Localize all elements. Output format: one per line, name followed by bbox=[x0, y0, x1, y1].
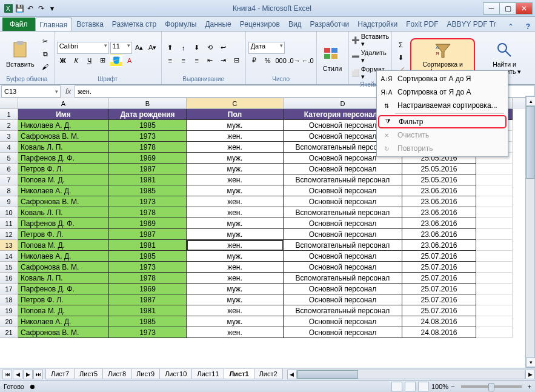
cell[interactable]: муж. bbox=[187, 120, 284, 131]
cell[interactable]: Петров Ф. Л. bbox=[18, 229, 109, 240]
scroll-right-icon[interactable]: ▶ bbox=[525, 370, 535, 379]
underline-icon[interactable]: Ч bbox=[84, 55, 96, 67]
row-header[interactable]: 4 bbox=[0, 142, 18, 153]
cell[interactable] bbox=[476, 185, 513, 196]
fill-icon[interactable]: ⬇ bbox=[394, 52, 407, 64]
zoom-in-icon[interactable]: + bbox=[528, 383, 531, 390]
cell[interactable]: Вспомогательный персонал bbox=[284, 305, 402, 316]
cell[interactable] bbox=[476, 305, 513, 316]
cell[interactable]: 23.06.2016 bbox=[402, 229, 476, 240]
cell[interactable]: Сафронова В. М. bbox=[18, 327, 109, 338]
tab-developer[interactable]: Разработчи bbox=[306, 18, 354, 31]
cell[interactable]: 1985 bbox=[109, 185, 187, 196]
cell[interactable]: Николаев А. Д. bbox=[18, 316, 109, 327]
cell[interactable]: 1973 bbox=[109, 131, 187, 142]
cell[interactable]: Коваль Л. П. bbox=[18, 207, 109, 218]
cell[interactable]: 1969 bbox=[109, 153, 187, 164]
minimize-button[interactable]: ─ bbox=[483, 2, 500, 15]
sheet-tab[interactable]: Лист1 bbox=[224, 369, 254, 379]
zoom-slider[interactable] bbox=[461, 385, 522, 388]
cell[interactable]: Петров Ф. Л. bbox=[18, 164, 109, 174]
tab-insert[interactable]: Вставка bbox=[72, 18, 108, 31]
tab-review[interactable]: Рецензиров bbox=[236, 18, 284, 31]
cell[interactable]: жен. bbox=[187, 240, 284, 251]
cell[interactable] bbox=[476, 174, 513, 185]
cell[interactable]: 25.05.2016 bbox=[402, 164, 476, 174]
cell[interactable]: Петров Ф. Л. bbox=[18, 294, 109, 305]
cut-icon[interactable]: ✂ bbox=[39, 35, 52, 47]
row-header[interactable]: 16 bbox=[0, 273, 18, 284]
cell[interactable]: муж. bbox=[187, 153, 284, 164]
cell[interactable]: жен. bbox=[187, 305, 284, 316]
tab-home[interactable]: Главная bbox=[35, 18, 73, 31]
copy-icon[interactable]: ⧉ bbox=[39, 48, 52, 60]
cell[interactable]: 1987 bbox=[109, 294, 187, 305]
vscroll-thumb[interactable] bbox=[526, 106, 534, 179]
delete-cells-button[interactable]: ➖Удалить ▾ bbox=[351, 49, 390, 64]
cell[interactable]: Николаев А. Д. bbox=[18, 185, 109, 196]
cell[interactable] bbox=[476, 262, 513, 273]
font-color-icon[interactable]: A bbox=[124, 55, 136, 67]
cell[interactable]: Основной персонал bbox=[284, 229, 402, 240]
row-header[interactable]: 6 bbox=[0, 164, 18, 174]
cell[interactable]: Коваль Л. П. bbox=[18, 273, 109, 284]
cell[interactable]: 23.06.2016 bbox=[402, 218, 476, 229]
cell[interactable] bbox=[476, 229, 513, 240]
cell[interactable]: жен. bbox=[187, 207, 284, 218]
cell[interactable]: 24.08.2016 bbox=[402, 327, 476, 338]
tab-view[interactable]: Вид bbox=[284, 18, 306, 31]
tab-layout[interactable]: Разметка стр bbox=[108, 18, 161, 31]
view-layout-icon[interactable] bbox=[405, 382, 416, 391]
cell[interactable]: Вспомогательный персонал bbox=[284, 174, 402, 185]
cell[interactable]: 25.05.2016 bbox=[402, 174, 476, 185]
qat-more-icon[interactable]: ▾ bbox=[47, 4, 57, 13]
cell[interactable]: 1978 bbox=[109, 273, 187, 284]
align-bottom-icon[interactable]: ⬇ bbox=[191, 42, 203, 54]
row-header[interactable]: 19 bbox=[0, 305, 18, 316]
cell[interactable]: Николаев А. Д. bbox=[18, 251, 109, 262]
tab-addins[interactable]: Надстройки bbox=[353, 18, 402, 31]
cell[interactable]: жен. bbox=[187, 131, 284, 142]
menu-filter[interactable]: ⧩ Фильтр bbox=[378, 115, 507, 128]
view-pagebreak-icon[interactable] bbox=[418, 382, 429, 391]
row-header[interactable]: 11 bbox=[0, 218, 18, 229]
align-right-icon[interactable]: ≡ bbox=[191, 55, 203, 67]
cell[interactable]: 23.06.2016 bbox=[402, 196, 476, 207]
wrap-text-icon[interactable]: ↩ bbox=[218, 42, 230, 54]
row-header[interactable]: 18 bbox=[0, 294, 18, 305]
align-middle-icon[interactable]: ↕ bbox=[178, 42, 190, 54]
cell[interactable]: Основной персонал bbox=[284, 284, 402, 294]
undo-icon[interactable]: ↶ bbox=[25, 4, 35, 13]
cell[interactable]: Основной персонал bbox=[284, 218, 402, 229]
cell[interactable]: 1981 bbox=[109, 240, 187, 251]
col-header-c[interactable]: C bbox=[187, 98, 284, 109]
cell[interactable]: 1987 bbox=[109, 229, 187, 240]
cell[interactable]: 24.08.2016 bbox=[402, 316, 476, 327]
cell[interactable] bbox=[476, 218, 513, 229]
row-header[interactable]: 17 bbox=[0, 284, 18, 294]
cell[interactable]: 23.06.2016 bbox=[402, 185, 476, 196]
merge-icon[interactable]: ⊟ bbox=[231, 55, 243, 67]
cell[interactable]: 1981 bbox=[109, 305, 187, 316]
cell[interactable]: 25.07.2016 bbox=[402, 284, 476, 294]
cell[interactable]: муж. bbox=[187, 218, 284, 229]
cell[interactable]: муж. bbox=[187, 251, 284, 262]
orientation-icon[interactable]: ⟲ bbox=[204, 42, 216, 54]
decrease-decimal-icon[interactable]: ←.0 bbox=[302, 55, 314, 67]
cell[interactable] bbox=[476, 327, 513, 338]
menu-sort-az[interactable]: А↓Я Сортировка от А до Я bbox=[378, 72, 507, 85]
cell[interactable] bbox=[476, 316, 513, 327]
cell[interactable]: Попова М. Д. bbox=[18, 174, 109, 185]
cell[interactable]: Вспомогательный персонал bbox=[284, 273, 402, 284]
file-tab[interactable]: Файл bbox=[2, 18, 35, 31]
row-header[interactable]: 21 bbox=[0, 327, 18, 338]
row-header[interactable]: 8 bbox=[0, 185, 18, 196]
align-top-icon[interactable]: ⬆ bbox=[164, 42, 176, 54]
cell[interactable]: жен. bbox=[187, 273, 284, 284]
font-name-combo[interactable]: Calibri bbox=[57, 42, 109, 54]
format-painter-icon[interactable]: 🖌 bbox=[39, 61, 52, 73]
row-header[interactable]: 12 bbox=[0, 229, 18, 240]
cell[interactable]: 25.07.2016 bbox=[402, 273, 476, 284]
autosum-icon[interactable]: Σ bbox=[394, 39, 407, 51]
increase-decimal-icon[interactable]: .0→ bbox=[288, 55, 301, 67]
